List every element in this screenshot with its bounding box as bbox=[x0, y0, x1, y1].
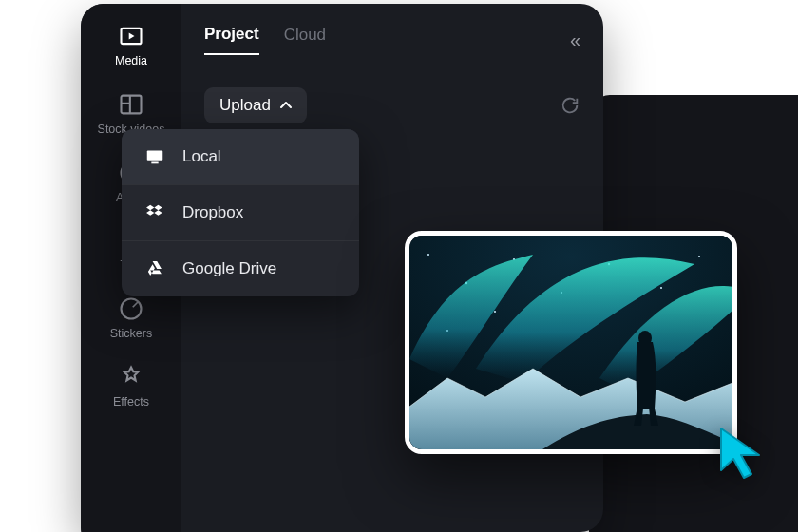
effects-icon bbox=[118, 364, 144, 390]
upload-menu-item-label: Local bbox=[182, 147, 221, 166]
tab-cloud[interactable]: Cloud bbox=[284, 26, 326, 54]
tabs: Project Cloud « bbox=[204, 25, 580, 55]
collapse-button[interactable]: « bbox=[570, 30, 580, 49]
svg-rect-8 bbox=[147, 151, 163, 161]
upload-button[interactable]: Upload bbox=[204, 87, 307, 124]
media-thumbnail[interactable] bbox=[405, 231, 737, 454]
sidebar-item-stickers[interactable]: Stickers bbox=[110, 295, 152, 341]
dropbox-icon bbox=[144, 202, 165, 223]
svg-point-7 bbox=[121, 299, 141, 319]
upload-menu-item-label: Google Drive bbox=[182, 259, 276, 278]
upload-menu-item-dropbox[interactable]: Dropbox bbox=[122, 184, 359, 240]
sidebar-item-label: Stickers bbox=[110, 328, 152, 341]
upload-menu-item-local[interactable]: Local bbox=[122, 129, 359, 184]
svg-point-16 bbox=[660, 287, 662, 289]
sidebar-item-media[interactable]: Media bbox=[115, 23, 147, 68]
upload-menu: Local Dropbox Google Drive bbox=[122, 129, 359, 296]
svg-rect-1 bbox=[122, 95, 142, 113]
refresh-button[interactable] bbox=[560, 95, 580, 116]
tab-project[interactable]: Project bbox=[204, 25, 259, 55]
upload-button-label: Upload bbox=[219, 96, 271, 115]
cursor-icon bbox=[717, 425, 765, 482]
sidebar-item-label: Media bbox=[115, 55, 147, 68]
media-icon bbox=[118, 23, 144, 49]
monitor-icon bbox=[144, 146, 165, 167]
svg-point-11 bbox=[428, 254, 429, 256]
upload-menu-item-google-drive[interactable]: Google Drive bbox=[122, 240, 359, 296]
google-drive-icon bbox=[144, 258, 165, 279]
stickers-icon bbox=[118, 295, 144, 322]
sidebar-item-effects[interactable]: Effects bbox=[113, 364, 149, 409]
svg-point-17 bbox=[698, 256, 700, 257]
upload-menu-item-label: Dropbox bbox=[182, 203, 243, 222]
sidebar-item-label: Effects bbox=[113, 396, 149, 409]
svg-rect-9 bbox=[151, 162, 158, 164]
chevron-up-icon bbox=[280, 99, 292, 113]
svg-point-18 bbox=[494, 311, 496, 313]
stock-videos-icon bbox=[118, 91, 144, 118]
